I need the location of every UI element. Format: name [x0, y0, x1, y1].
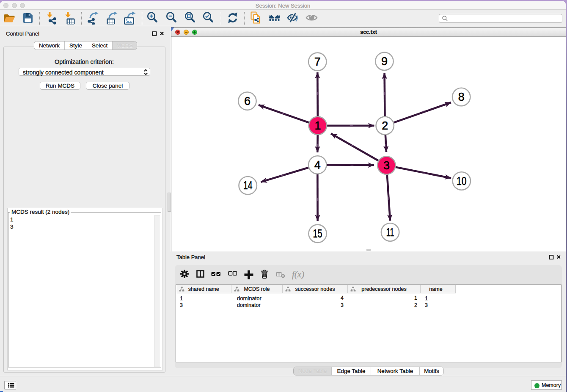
- svg-text:8: 8: [458, 91, 465, 103]
- svg-text:15: 15: [313, 227, 322, 240]
- svg-text:3: 3: [383, 159, 390, 172]
- svg-text:2: 2: [382, 119, 388, 132]
- svg-text:14: 14: [243, 179, 253, 192]
- svg-text:4: 4: [314, 159, 321, 171]
- svg-text:6: 6: [244, 95, 250, 108]
- svg-text:7: 7: [314, 55, 321, 68]
- svg-text:9: 9: [381, 55, 388, 68]
- svg-text:11: 11: [386, 226, 394, 239]
- svg-text:10: 10: [457, 175, 467, 188]
- svg-text:1: 1: [314, 119, 321, 132]
